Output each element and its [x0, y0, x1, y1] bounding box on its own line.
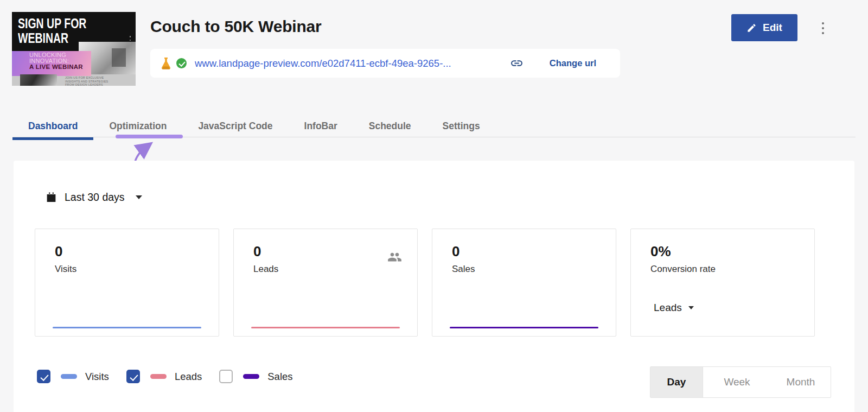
sales-legend-label: Sales: [267, 371, 292, 383]
conversion-rate-value: 0%: [650, 243, 671, 260]
change-url-link[interactable]: Change url: [550, 58, 596, 68]
edit-button-label: Edit: [763, 22, 782, 34]
pencil-icon: [746, 23, 757, 33]
leads-legend-label: Leads: [175, 371, 202, 383]
people-icon: [387, 250, 402, 264]
tab-infobar[interactable]: InfoBar: [289, 115, 353, 137]
conversion-metric-selector[interactable]: Leads: [654, 302, 694, 314]
granularity-day[interactable]: Day: [650, 367, 703, 397]
landing-page-thumbnail[interactable]: SIGN UP FOR WEBINAR UNLOCKING INNOVATION…: [12, 12, 136, 86]
visits-sparkline: [53, 327, 201, 329]
sales-card: 0 Sales: [432, 229, 616, 337]
thumbnail-photo-group: [20, 74, 57, 86]
edit-button[interactable]: Edit: [731, 14, 797, 41]
page-title: Couch to 50K Webinar: [150, 17, 321, 36]
thumbnail-social-icons: [130, 36, 131, 45]
sales-swatch: [243, 374, 259, 379]
tab-schedule[interactable]: Schedule: [353, 115, 427, 137]
leads-sparkline: [251, 327, 400, 329]
leads-value: 0: [253, 243, 261, 260]
thumbnail-headline: SIGN UP FOR WEBINAR: [18, 16, 86, 46]
date-range-selector[interactable]: Last 30 days: [46, 191, 142, 204]
visits-value: 0: [55, 243, 62, 260]
chevron-down-icon: [688, 306, 694, 309]
verified-check-icon: [176, 58, 187, 68]
sales-sparkline: [450, 327, 598, 329]
sales-label: Sales: [452, 264, 475, 275]
more-menu-button[interactable]: [817, 18, 829, 38]
legend-item-leads: Leads: [126, 370, 202, 383]
visits-legend-label: Visits: [85, 371, 109, 383]
preview-url-bar: www.landpage-preview.com/e02d7411-ecbf-4…: [150, 49, 620, 78]
sales-checkbox[interactable]: [219, 370, 233, 383]
granularity-toggle: Day Week Month: [650, 366, 831, 398]
leads-card: 0 Leads: [233, 229, 418, 337]
conversion-rate-label: Conversion rate: [650, 264, 716, 275]
visits-checkbox[interactable]: [37, 370, 50, 383]
thumbnail-caption: JOIN US FOR EXCLUSIVE INSIGHTS AND STRAT…: [65, 76, 108, 86]
tab-optimization[interactable]: Optimization: [93, 115, 182, 137]
visits-card: 0 Visits: [35, 229, 219, 337]
calendar-icon: [46, 192, 57, 204]
conversion-rate-card: 0% Conversion rate Leads: [630, 229, 815, 337]
visits-swatch: [61, 374, 77, 379]
granularity-week[interactable]: Week: [703, 367, 771, 397]
chart-legend: Visits Leads Sales: [37, 370, 293, 383]
tab-javascript-code[interactable]: JavaScript Code: [182, 115, 288, 137]
chevron-down-icon: [136, 195, 142, 199]
webinar-dashboard-page: SIGN UP FOR WEBINAR UNLOCKING INNOVATION…: [0, 0, 868, 412]
preview-url-link[interactable]: www.landpage-preview.com/e02d7411-ecbf-4…: [195, 58, 451, 69]
date-range-value: Last 30 days: [65, 191, 125, 204]
flask-icon: [160, 57, 172, 70]
optimization-highlight-annotation: [116, 135, 183, 138]
stat-cards-row: 0 Visits 0 Leads 0 Sales 0% Conversion r…: [35, 229, 815, 337]
sales-value: 0: [452, 243, 459, 260]
legend-item-sales: Sales: [219, 370, 292, 383]
conversion-metric-value: Leads: [654, 302, 682, 314]
tab-bar: Dashboard Optimization JavaScript Code I…: [12, 115, 496, 137]
legend-item-visits: Visits: [37, 370, 109, 383]
granularity-month[interactable]: Month: [771, 367, 831, 397]
tab-dashboard[interactable]: Dashboard: [12, 115, 93, 137]
tab-settings[interactable]: Settings: [427, 115, 496, 137]
link-icon[interactable]: [510, 56, 524, 70]
leads-swatch: [150, 374, 167, 379]
leads-checkbox[interactable]: [126, 370, 140, 383]
visits-label: Visits: [55, 264, 76, 275]
thumbnail-subheadline: UNLOCKING INNOVATION: A LIVE WEBINAR: [29, 52, 83, 70]
leads-label: Leads: [253, 264, 278, 275]
